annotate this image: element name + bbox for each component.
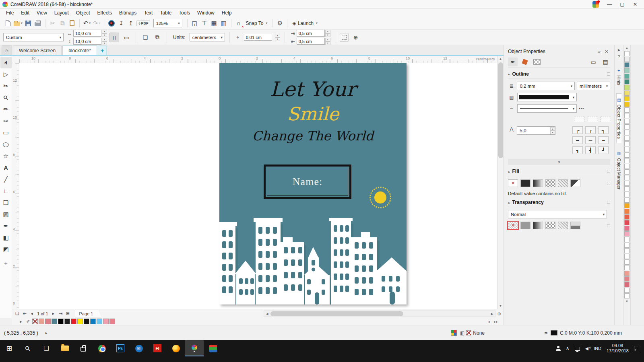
landscape-button[interactable]: ▭ bbox=[122, 33, 131, 42]
merge-mode-combo[interactable]: Normal ▾ bbox=[508, 210, 607, 218]
round-cap-button[interactable]: ─ bbox=[585, 136, 596, 144]
taskbar-media-button[interactable] bbox=[204, 340, 222, 356]
ruler-origin-corner[interactable] bbox=[12, 56, 19, 63]
color-swatch[interactable] bbox=[624, 288, 630, 293]
menu-text[interactable]: Text bbox=[140, 9, 156, 17]
taskbar-start-button[interactable]: ⊞ bbox=[0, 340, 19, 356]
palette-scroll-down-icon[interactable]: ▼ bbox=[625, 298, 629, 304]
horizontal-ruler[interactable]: centimeters 108642024681012 bbox=[19, 56, 497, 63]
drop-shadow-tool[interactable]: ❏ bbox=[0, 197, 12, 208]
color-swatch[interactable] bbox=[97, 319, 102, 324]
outline-color-combo[interactable]: ▾ bbox=[517, 93, 577, 101]
add-page-button[interactable]: ⊞ bbox=[64, 310, 72, 317]
color-swatch[interactable] bbox=[52, 319, 57, 324]
next-page-button[interactable]: ▸ bbox=[50, 310, 57, 317]
minimize-button[interactable]: — bbox=[603, 0, 616, 8]
outline-units-combo[interactable]: millimeters ▾ bbox=[577, 82, 610, 90]
summary-properties-icon[interactable]: ▤ bbox=[601, 58, 610, 66]
new-document-button[interactable] bbox=[3, 19, 13, 28]
user-account-icon[interactable] bbox=[592, 1, 599, 8]
color-swatch[interactable] bbox=[624, 68, 630, 73]
outline-width-combo[interactable]: 0,2 mm ▾ bbox=[517, 82, 575, 90]
no-transparency-button[interactable] bbox=[508, 222, 518, 229]
palette-flyout-icon[interactable]: ▸ bbox=[18, 319, 24, 324]
color-swatch[interactable] bbox=[109, 319, 115, 324]
zoom-corner-icon[interactable]: ⊕ bbox=[495, 310, 503, 317]
menu-layout[interactable]: Layout bbox=[51, 9, 72, 17]
color-swatch[interactable] bbox=[624, 175, 630, 180]
page-width-spinner[interactable]: ▴▾ bbox=[102, 30, 107, 37]
menu-bitmaps[interactable]: Bitmaps bbox=[116, 9, 140, 17]
docker-close-icon[interactable]: ✕ bbox=[603, 49, 610, 54]
text-tool[interactable]: A bbox=[0, 162, 12, 173]
fill-properties-icon[interactable] bbox=[520, 58, 530, 66]
duplicate-x-field[interactable]: 0,5 cm bbox=[297, 30, 325, 37]
bitmap-pattern-fill-button[interactable] bbox=[558, 179, 568, 187]
duplicate-x-spinner[interactable]: ▴▾ bbox=[325, 30, 330, 37]
page-height-field[interactable]: 13,0 cm bbox=[73, 38, 101, 45]
search-content-button[interactable] bbox=[107, 19, 116, 28]
taskbar-search-button[interactable]: ⚲ bbox=[19, 340, 37, 356]
transparency-tool[interactable]: ▨ bbox=[0, 208, 12, 220]
interactive-fill-tool[interactable]: ◧ bbox=[0, 232, 12, 243]
maximize-button[interactable]: ▢ bbox=[616, 0, 629, 8]
vertical-scrollbar[interactable]: ▲ ▼ bbox=[497, 56, 504, 309]
zoom-tool[interactable]: ⚲ bbox=[0, 92, 12, 103]
vertical-scroll-thumb[interactable] bbox=[498, 62, 503, 158]
merge-mode-button[interactable] bbox=[570, 222, 580, 229]
color-swatch[interactable] bbox=[624, 130, 630, 135]
color-swatch[interactable] bbox=[624, 96, 630, 101]
action-center-icon[interactable] bbox=[634, 346, 639, 351]
page-height-spinner[interactable]: ▴▾ bbox=[102, 38, 107, 45]
paste-button[interactable] bbox=[67, 19, 77, 28]
undo-button[interactable]: ↶▾ bbox=[82, 19, 92, 28]
menu-file[interactable]: File bbox=[2, 9, 17, 17]
launch-combo[interactable]: ◈Launch▾ bbox=[290, 19, 320, 28]
color-swatch[interactable] bbox=[624, 237, 630, 242]
menu-effects[interactable]: Effects bbox=[94, 9, 116, 17]
color-swatch[interactable] bbox=[624, 79, 630, 84]
uniform-transparency-button[interactable] bbox=[520, 222, 530, 229]
color-swatch[interactable] bbox=[624, 203, 630, 208]
pin-icon[interactable]: ➤ bbox=[617, 48, 620, 52]
poster-headline-3[interactable]: Change The World bbox=[219, 128, 407, 144]
color-swatch[interactable] bbox=[624, 107, 630, 113]
color-swatch[interactable] bbox=[624, 226, 630, 231]
color-swatch[interactable] bbox=[624, 243, 630, 248]
polygon-tool[interactable]: ☆ bbox=[0, 150, 12, 162]
menu-help[interactable]: Help bbox=[218, 9, 235, 17]
duplicate-y-spinner[interactable]: ▴▾ bbox=[325, 38, 330, 45]
color-swatch[interactable] bbox=[64, 319, 70, 324]
fill-section-option[interactable] bbox=[607, 170, 610, 173]
color-swatch[interactable] bbox=[624, 113, 630, 118]
taskbar-file-explorer-button[interactable] bbox=[56, 340, 74, 356]
scroll-up-icon[interactable]: ▲ bbox=[497, 56, 504, 62]
texture-transparency-button[interactable] bbox=[558, 222, 568, 229]
first-page-button[interactable]: ⇤ bbox=[21, 310, 28, 317]
freehand-tool[interactable]: ✏ bbox=[0, 103, 12, 115]
chevron-up-icon[interactable]: ▴ bbox=[508, 72, 510, 76]
rectangle-tool[interactable]: ▭ bbox=[0, 127, 12, 138]
menu-table[interactable]: Table bbox=[156, 9, 175, 17]
shape-tool[interactable]: ▷ bbox=[0, 68, 12, 80]
color-swatch[interactable] bbox=[624, 51, 630, 56]
palette-scroll-up-icon[interactable]: ▲ bbox=[625, 45, 629, 51]
horizontal-scroll-thumb[interactable] bbox=[270, 311, 403, 316]
bevel-corner-button[interactable]: ┐ bbox=[598, 126, 609, 134]
options-button[interactable]: ⚙ bbox=[275, 19, 285, 28]
color-swatch[interactable] bbox=[39, 319, 44, 324]
nudge-distance-field[interactable]: 0,01 cm bbox=[244, 34, 272, 41]
palette-scroll-right-icon[interactable]: ▸ bbox=[489, 319, 491, 324]
color-swatch[interactable] bbox=[624, 57, 630, 62]
document-page[interactable]: Let Your Smile Change The World Name: bbox=[219, 63, 407, 304]
help-icon[interactable]: ? bbox=[618, 55, 620, 59]
color-swatch[interactable] bbox=[624, 293, 630, 298]
page-preset-combo[interactable]: Custom ▾ bbox=[3, 33, 64, 41]
butt-cap-button[interactable]: ━ bbox=[572, 136, 583, 144]
portrait-button[interactable]: ▯ bbox=[109, 33, 119, 42]
taskbar-photoshop-button[interactable]: Ps bbox=[111, 340, 130, 356]
menu-window[interactable]: Window bbox=[194, 9, 218, 17]
color-swatch[interactable] bbox=[624, 136, 630, 141]
color-swatch[interactable] bbox=[58, 319, 64, 324]
color-swatch[interactable] bbox=[103, 319, 109, 324]
